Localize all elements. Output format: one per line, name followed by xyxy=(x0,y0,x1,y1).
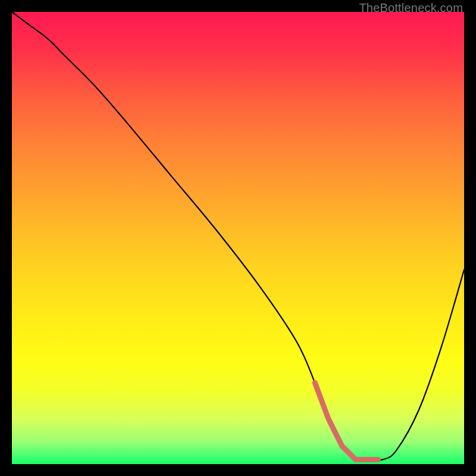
watermark-text: TheBottleneck.com xyxy=(359,1,463,15)
plot-area xyxy=(12,12,464,464)
chart-container: TheBottleneck.com xyxy=(0,0,476,476)
flat-region-highlight xyxy=(315,383,378,459)
curve-svg xyxy=(12,12,464,464)
bottleneck-curve xyxy=(12,12,464,461)
